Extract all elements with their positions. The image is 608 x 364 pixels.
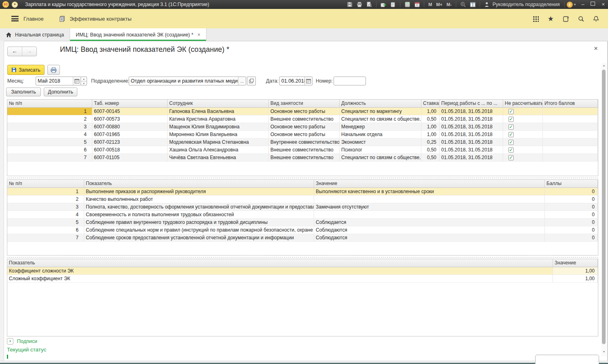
- employee-row[interactable]: 76007-01105Чичёва Светлана ЕвгеньевнаВне…: [7, 154, 598, 162]
- cell-total-points[interactable]: [543, 131, 598, 138]
- cell-total-points[interactable]: [543, 123, 598, 130]
- cell-not-calculate[interactable]: ✓: [503, 123, 543, 130]
- not-calculate-checkbox[interactable]: ✓: [508, 132, 514, 137]
- cell-value[interactable]: Замечания отсутствуют: [314, 203, 545, 211]
- spinner-down-icon[interactable]: ▾: [81, 81, 87, 85]
- signatures-section[interactable]: › Подписи: [7, 338, 37, 345]
- info-icon[interactable]: i: [567, 2, 573, 8]
- vertical-scrollbar[interactable]: ▲ ▼: [601, 63, 607, 356]
- cell-tab-number[interactable]: 6007-00880: [92, 123, 168, 130]
- cell-indicator[interactable]: Соблюдение специальных норм и правил (ин…: [84, 226, 314, 234]
- cell-total-points[interactable]: [543, 138, 598, 146]
- cell-employee-name[interactable]: Катина Кристина Араратовна: [168, 115, 269, 123]
- cell-row-number[interactable]: 1: [7, 108, 92, 115]
- cell-value[interactable]: Соблюдаются: [314, 234, 545, 241]
- back-button[interactable]: ←: [8, 47, 22, 56]
- not-calculate-checkbox[interactable]: ✓: [508, 117, 514, 122]
- cell-employment-type[interactable]: Внешнее совместительство: [269, 115, 340, 123]
- cell-employment-type[interactable]: Внешнее совместительство: [269, 154, 340, 161]
- month-value[interactable]: Май 2018: [36, 78, 73, 84]
- cell-row-number[interactable]: 4: [7, 131, 92, 138]
- cell-row-number[interactable]: 7: [7, 234, 84, 241]
- cell-tab-number[interactable]: 6007-00573: [92, 115, 168, 123]
- memory-plus-button[interactable]: M+: [436, 2, 442, 7]
- cell-employment-type[interactable]: Основное место работы: [269, 131, 340, 138]
- cell-not-calculate[interactable]: ✓: [503, 154, 543, 161]
- search-icon[interactable]: [578, 16, 584, 22]
- contracts-section-icon[interactable]: [59, 16, 65, 22]
- cell-row-number[interactable]: 5: [7, 219, 84, 226]
- indicator-row[interactable]: 6Соблюдение специальных норм и правил (и…: [7, 226, 598, 234]
- coefficient-row[interactable]: Коэффициент сложности ЭК1,00: [7, 267, 598, 275]
- cell-period[interactable]: 01.05.2018, 31.05.2018: [440, 108, 503, 115]
- indicator-row[interactable]: 5Соблюдение правил внутреннего трудового…: [7, 219, 598, 226]
- cell-not-calculate[interactable]: ✓: [503, 138, 543, 146]
- cell-position[interactable]: Психолог: [340, 146, 421, 153]
- favorites-star-icon[interactable]: ★: [548, 16, 554, 22]
- coefficient-row[interactable]: Сложный коэффициент ЭК1,00: [7, 275, 598, 283]
- cell-employee-name[interactable]: Мироненко Юлия Валерьевна: [168, 131, 269, 138]
- coefficients-table[interactable]: ПоказательЗначениеКоэффициент сложности …: [7, 259, 598, 336]
- append-button[interactable]: Дополнить: [44, 87, 77, 96]
- cell-row-number[interactable]: 6: [7, 146, 92, 153]
- zoom-icon[interactable]: [459, 1, 467, 8]
- cell-indicator[interactable]: Соблюдение сроков предоставления установ…: [84, 234, 314, 241]
- employee-row[interactable]: 46007-01965Мироненко Юлия ВалерьевнаОсно…: [7, 131, 598, 138]
- indicator-row[interactable]: 3Полнота, качество, достоверность оформл…: [7, 203, 598, 211]
- cell-employee-name[interactable]: Мащенок Юлия Владимировна: [168, 123, 269, 130]
- cell-tab-number[interactable]: 6007-01105: [92, 154, 168, 161]
- cell-value[interactable]: 1,00: [553, 267, 598, 275]
- cell-indicator[interactable]: Полнота, качество, достоверность оформле…: [84, 203, 314, 211]
- cell-row-number[interactable]: 3: [7, 203, 84, 211]
- all-functions-grid-icon[interactable]: [533, 16, 539, 22]
- save-record-button[interactable]: Записать: [7, 65, 45, 75]
- cell-row-number[interactable]: 6: [7, 226, 84, 234]
- employees-table[interactable]: № п/пТаб. номерСотрудникВид занятостиДол…: [7, 99, 598, 176]
- menu-item-main[interactable]: Главное: [23, 16, 44, 22]
- employee-row[interactable]: 36007-00880Мащенок Юлия ВладимировнаОсно…: [7, 123, 598, 131]
- cell-value[interactable]: Выполняются качественно и в установленны…: [314, 188, 545, 195]
- cell-indicator[interactable]: Выполнение приказов и распоряжений руков…: [84, 188, 314, 195]
- tab-imc-document[interactable]: ИМЦ: Ввод значений показателей ЭК (созда…: [70, 28, 206, 41]
- form-close-icon[interactable]: ×: [594, 45, 598, 53]
- current-user-name[interactable]: Руководитель подразделения: [493, 2, 560, 7]
- month-input[interactable]: Май 2018: [36, 77, 81, 85]
- month-spinner[interactable]: ▴ ▾: [81, 77, 87, 85]
- calendar-icon[interactable]: 31: [413, 1, 421, 8]
- forward-button[interactable]: →: [22, 47, 36, 56]
- cell-row-number[interactable]: 2: [7, 196, 84, 203]
- close-button[interactable]: ×: [602, 0, 605, 9]
- cell-indicator[interactable]: Качество выполненных работ: [84, 196, 314, 203]
- cell-not-calculate[interactable]: ✓: [503, 108, 543, 115]
- cell-value[interactable]: [314, 211, 545, 218]
- not-calculate-checkbox[interactable]: ✓: [508, 140, 514, 145]
- cell-indicator[interactable]: Сложный коэффициент ЭК: [7, 275, 553, 282]
- cell-period[interactable]: 01.05.2018, 31.05.2018: [440, 146, 503, 153]
- month-calendar-icon[interactable]: [73, 77, 81, 85]
- date-calendar-icon[interactable]: [304, 77, 312, 85]
- split-window-icon[interactable]: [469, 1, 476, 8]
- cell-row-number[interactable]: 5: [7, 138, 92, 146]
- cell-value[interactable]: Соблюдаются: [314, 226, 545, 234]
- cell-points[interactable]: 0: [545, 226, 598, 234]
- department-input[interactable]: Отдел организации и развития платных мед…: [129, 77, 246, 85]
- scroll-up-icon[interactable]: ▲: [601, 64, 607, 67]
- cell-period[interactable]: 01.05.2018, 31.05.2018: [440, 138, 503, 146]
- cell-value[interactable]: Соблюдается: [314, 219, 545, 226]
- cell-tab-number[interactable]: 6007-02123: [92, 138, 168, 146]
- cell-employment-type[interactable]: Внутреннее совместительство: [269, 138, 340, 146]
- cell-points[interactable]: 0: [545, 203, 598, 211]
- print-button[interactable]: [47, 65, 60, 75]
- cell-position[interactable]: Специалист по маркетингу: [340, 108, 421, 115]
- department-choose-button[interactable]: ...: [238, 77, 246, 85]
- maximize-button[interactable]: [591, 0, 595, 9]
- minimize-button[interactable]: –: [581, 0, 584, 9]
- current-status-link[interactable]: Текущий статус: [7, 347, 46, 353]
- not-calculate-checkbox[interactable]: ✓: [508, 109, 514, 114]
- indicator-row[interactable]: 1Выполнение приказов и распоряжений руко…: [7, 188, 598, 196]
- cell-position[interactable]: Менеджер: [340, 123, 421, 130]
- cell-tab-number[interactable]: 6007-01965: [92, 131, 168, 138]
- cell-indicator[interactable]: Соблюдение правил внутреннего трудового …: [84, 219, 314, 226]
- cell-not-calculate[interactable]: ✓: [503, 146, 543, 153]
- cell-employment-type[interactable]: Основное место работы: [269, 108, 340, 115]
